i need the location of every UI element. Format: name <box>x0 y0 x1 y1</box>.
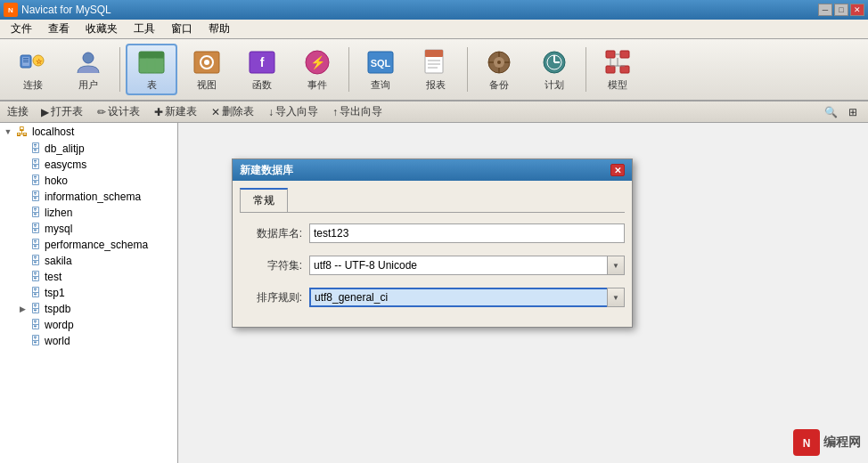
new-table-button[interactable]: ✚ 新建表 <box>149 102 202 121</box>
tool-function[interactable]: f 函数 <box>236 44 288 95</box>
tool-report[interactable]: 报表 <box>410 44 462 95</box>
tool-query-label: 查询 <box>371 78 390 92</box>
sidebar-item-world[interactable]: 🗄 world <box>0 333 177 349</box>
tool-model[interactable]: 模型 <box>592 44 643 95</box>
tool-view-label: 视图 <box>197 78 217 92</box>
svg-point-33 <box>497 61 501 64</box>
charset-select[interactable]: utf8 -- UTF-8 Unicode <box>309 256 625 275</box>
db-icon-mysql: 🗄 <box>30 223 41 235</box>
tool-plan[interactable]: 计划 <box>528 44 580 95</box>
sidebar-item-easycms[interactable]: 🗄 easycms <box>0 157 177 173</box>
db-icon-tsp1: 🗄 <box>30 287 41 299</box>
toolbar-sep-3 <box>467 47 468 92</box>
design-table-button[interactable]: ✏ 设计表 <box>92 102 145 121</box>
connect-icon: ☆ <box>19 48 47 77</box>
title-text: Navicat for MySQL <box>21 4 111 16</box>
tool-report-label: 报表 <box>426 78 446 92</box>
sidebar-item-performance-schema[interactable]: 🗄 performance_schema <box>0 237 177 253</box>
export-wizard-button[interactable]: ↑ 导出向导 <box>327 102 388 121</box>
toolbar-sep-4 <box>585 47 586 92</box>
minimize-button[interactable]: ─ <box>818 4 832 16</box>
close-button[interactable]: ✕ <box>850 4 864 16</box>
db-label-test: test <box>45 271 61 283</box>
svg-rect-5 <box>23 60 29 61</box>
tool-connect-label: 连接 <box>23 78 43 92</box>
query-icon: SQL <box>366 48 395 77</box>
tool-table[interactable]: 表 <box>126 44 177 95</box>
db-icon-wordp: 🗄 <box>30 319 41 331</box>
toolbar-sep-1 <box>119 47 120 92</box>
toolbar: ☆ 连接 用户 表 <box>0 39 868 102</box>
tool-connect[interactable]: ☆ 连接 <box>7 44 59 95</box>
dbname-input[interactable] <box>309 223 625 243</box>
sidebar-item-localhost[interactable]: ▼ 🖧 localhost <box>0 123 177 141</box>
db-icon-easycms: 🗄 <box>30 158 41 171</box>
menu-window[interactable]: 窗口 <box>164 20 200 38</box>
db-label-wordp: wordp <box>45 319 74 331</box>
import-wizard-button[interactable]: ↓ 导入向导 <box>263 102 323 121</box>
search-icon[interactable]: 🔍 <box>821 104 841 120</box>
db-label-alitjp: db_alitjp <box>45 142 85 155</box>
tool-view[interactable]: 视图 <box>181 44 233 95</box>
sidebar-item-information-schema[interactable]: 🗄 information_schema <box>0 189 177 205</box>
sidebar-item-tspdb[interactable]: ▶ 🗄 tspdb <box>0 301 177 317</box>
tool-backup[interactable]: 备份 <box>473 44 525 95</box>
table-icon <box>137 48 166 77</box>
svg-rect-44 <box>606 66 615 73</box>
delete-table-button[interactable]: ✕ 删除表 <box>206 102 259 121</box>
sidebar-item-hoko[interactable]: 🗄 hoko <box>0 173 177 189</box>
grid-icon[interactable]: ⊞ <box>845 104 861 120</box>
db-label-mysql: mysql <box>45 223 72 235</box>
import-icon: ↓ <box>268 106 274 118</box>
new-table-icon: ✚ <box>154 106 163 118</box>
svg-rect-4 <box>23 58 29 59</box>
db-icon-tspdb: 🗄 <box>30 303 41 315</box>
menu-help[interactable]: 帮助 <box>201 20 237 38</box>
tool-query[interactable]: SQL 查询 <box>355 44 406 95</box>
maximize-button[interactable]: □ <box>834 4 848 16</box>
event-icon: ⚡ <box>303 48 332 77</box>
sidebar-item-tsp1[interactable]: 🗄 tsp1 <box>0 285 177 301</box>
tool-backup-label: 备份 <box>489 78 509 92</box>
sidebar-item-test[interactable]: 🗄 test <box>0 269 177 285</box>
db-label-hoko: hoko <box>45 175 68 187</box>
function-icon: f <box>248 48 276 77</box>
dialog-tab-general[interactable]: 常规 <box>240 188 288 212</box>
title-bar: N Navicat for MySQL ─ □ ✕ <box>0 0 868 20</box>
localhost-label: localhost <box>32 126 74 138</box>
db-icon-hoko: 🗄 <box>30 175 41 187</box>
sidebar-item-sakila[interactable]: 🗄 sakila <box>0 253 177 269</box>
svg-rect-11 <box>139 52 164 58</box>
menu-view[interactable]: 查看 <box>41 20 77 38</box>
tool-event[interactable]: ⚡ 事件 <box>291 44 343 95</box>
watermark: N 编程网 <box>793 429 861 456</box>
menu-file[interactable]: 文件 <box>4 20 39 38</box>
form-row-dbname: 数据库名: <box>240 223 625 243</box>
action-buttons: ▶ 打开表 ✏ 设计表 ✚ 新建表 ✕ 删除表 ↓ 导入向导 ↑ 导出向导 🔍 … <box>36 102 861 121</box>
collation-input[interactable] <box>309 288 625 307</box>
menu-tools[interactable]: 工具 <box>127 20 162 38</box>
app-icon: N <box>4 3 18 17</box>
dialog-title-text: 新建数据库 <box>240 163 293 178</box>
tool-user[interactable]: 用户 <box>62 44 114 95</box>
svg-text:N: N <box>8 6 13 14</box>
title-controls: ─ □ ✕ <box>818 4 864 16</box>
sidebar: ▼ 🖧 localhost 🗄 db_alitjp 🗄 easycms 🗄 ho… <box>0 123 178 463</box>
sidebar-item-lizhen[interactable]: 🗄 lizhen <box>0 205 177 221</box>
sidebar-item-db-alitjp[interactable]: 🗄 db_alitjp <box>0 141 177 157</box>
db-label-easycms: easycms <box>45 158 86 171</box>
expand-icon: ▼ <box>4 127 12 136</box>
sidebar-item-mysql[interactable]: 🗄 mysql <box>0 221 177 237</box>
open-table-button[interactable]: ▶ 打开表 <box>36 102 88 121</box>
charset-dropdown-arrow[interactable]: ▼ <box>607 256 625 275</box>
dialog-body: 常规 数据库名: 字符集: utf8 -- UTF-8 U <box>233 181 632 327</box>
db-label-tspdb: tspdb <box>45 303 70 315</box>
dialog-close-button[interactable]: ✕ <box>610 164 625 176</box>
svg-text:⚡: ⚡ <box>310 55 326 70</box>
dialog-tab-bar: 常规 <box>240 188 625 213</box>
sidebar-item-wordp[interactable]: 🗄 wordp <box>0 317 177 333</box>
collation-label: 排序规则: <box>240 290 302 305</box>
menu-favorites[interactable]: 收藏夹 <box>78 20 125 38</box>
collation-dropdown-arrow[interactable]: ▼ <box>607 288 625 307</box>
watermark-text: 编程网 <box>823 435 861 451</box>
